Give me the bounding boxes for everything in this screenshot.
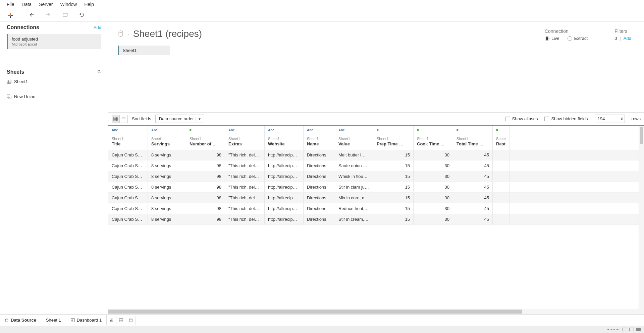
new-union-item[interactable]: New Union [7,93,101,101]
table-cell [493,203,509,214]
sheet-label: Sheet1 [14,79,28,84]
column-source: Sheet1 [338,137,370,141]
list-view-button[interactable] [120,115,128,123]
left-panel: Connections Add food adjusted Microsoft … [0,22,108,314]
stepper-icon[interactable]: ⇵ [621,117,623,121]
column-header[interactable]: #Sheet1Prep Time … [373,126,414,150]
column-header[interactable]: AbcSheet1Servings [148,126,186,150]
column-header[interactable]: AbcSheet1Extras [225,126,265,150]
table-cell: 98 [186,160,225,171]
tab-sheet1[interactable]: Sheet 1 [41,315,66,325]
table-cell [493,214,509,224]
menu-data[interactable]: Data [22,2,32,7]
sort-select[interactable]: Data source order ▼ [155,115,204,123]
table-cell: Directions [304,171,335,182]
column-name: Cook Time … [417,141,449,146]
menu-server[interactable]: Server [39,2,53,7]
save-button[interactable] [62,12,68,19]
column-source: Sheet1 [307,137,331,141]
tab-dashboard1[interactable]: Dashboard 1 [66,315,107,325]
table-cell: 15 [373,160,414,171]
connection-name: food adjusted [12,37,97,42]
table-cell: 30 [414,150,453,160]
show-aliases-checkbox[interactable]: Show aliases [505,116,538,121]
table-cell: "This rich, del… [225,203,265,214]
svg-rect-11 [114,117,118,121]
menu-help[interactable]: Help [84,2,94,7]
table-cell: Mix in corn, a… [335,193,373,203]
table-row[interactable]: Cajun Crab So…8 servings98"This rich, de… [108,182,639,193]
table-row[interactable]: Cajun Crab So…8 servings98"This rich, de… [108,160,639,171]
table-cell [493,160,509,171]
show-hidden-checkbox[interactable]: Show hidden fields [544,116,588,121]
column-source: Sheet1 [228,137,261,141]
status-bar: ı◂◂▸▸ı [0,326,644,333]
add-filter-link[interactable]: Add [624,36,631,41]
table-cell: "This rich, del… [225,214,265,224]
sheet-item[interactable]: Sheet1 [7,78,101,85]
new-worksheet-button[interactable] [107,316,116,325]
type-icon: Abc [338,128,370,132]
tab-data-source[interactable]: Data Source [0,315,41,325]
presentation-icons[interactable] [623,328,641,331]
table-cell: http://allrecip… [265,182,304,192]
radio-live[interactable]: Live [545,36,559,41]
type-icon: Abc [228,128,261,132]
table-row[interactable]: Cajun Crab So…8 servings98"This rich, de… [108,150,639,160]
table-cell: http://allrecip… [265,193,304,203]
table-row[interactable]: Cajun Crab So…8 servings98"This rich, de… [108,203,639,214]
grid-view-button[interactable] [112,115,120,123]
rows-label: rows [632,116,641,121]
data-grid: AbcSheet1TitleAbcSheet1Servings#Sheet1Nu… [108,125,644,314]
table-row[interactable]: Cajun Crab So…8 servings98"This rich, de… [108,214,639,225]
back-button[interactable] [29,12,35,19]
table-cell: Cajun Crab So… [108,160,148,171]
column-header[interactable]: AbcSheet1Title [108,126,148,150]
rows-input[interactable]: 194⇵ [595,115,625,123]
table-cell: 8 servings [148,150,186,160]
menu-window[interactable]: Window [60,2,77,7]
table-cell: "This rich, del… [225,182,265,192]
column-header[interactable]: #Sheet1Number of … [186,126,225,150]
datasource-title[interactable]: Sheet1 (recipes) [133,28,202,39]
column-header[interactable]: AbcSheet1Name [304,126,335,150]
column-header[interactable]: #Sheet1Cook Time … [414,126,453,150]
refresh-button[interactable] [79,12,85,19]
search-icon[interactable] [97,70,101,75]
column-header[interactable]: AbcSheet1Website [265,126,304,150]
menu-bar: File Data Server Window Help [0,0,644,9]
forward-button[interactable] [45,12,51,19]
table-cell [493,171,509,182]
table-pill[interactable]: Sheet1 [118,46,170,55]
table-row[interactable]: Cajun Crab So…8 servings98"This rich, de… [108,193,639,203]
menu-file[interactable]: File [7,2,14,7]
table-cell: 98 [186,214,225,224]
table-cell: Saute onion a… [335,160,373,171]
table-cell: Directions [304,150,335,160]
svg-point-10 [119,31,123,32]
table-cell: Whisk in flou… [335,171,373,182]
table-cell: Directions [304,203,335,214]
table-cell [493,182,509,192]
radio-extract[interactable]: Extract [568,36,588,41]
union-icon [7,94,11,99]
column-header[interactable]: AbcSheet1Value [335,126,373,150]
vertical-scrollbar[interactable] [639,126,644,314]
add-connection-link[interactable]: Add [94,25,101,30]
horizontal-scrollbar[interactable] [108,309,639,314]
table-cell: Cajun Crab So… [108,150,148,160]
table-row[interactable]: Cajun Crab So…8 servings98"This rich, de… [108,171,639,182]
table-cell: http://allrecip… [265,160,304,171]
type-icon: Abc [268,128,300,132]
toolbar [0,9,644,22]
svg-rect-3 [10,16,11,17]
new-story-button[interactable] [126,316,136,325]
column-header[interactable]: #Sheet1Total Time … [453,126,493,150]
nav-icons[interactable]: ı◂◂▸▸ı [607,328,619,331]
table-cell: 8 servings [148,160,186,171]
column-header[interactable]: #SheetRest [493,126,509,150]
connection-item[interactable]: food adjusted Microsoft Excel [7,34,101,49]
column-name: Name [307,141,331,146]
new-dashboard-button[interactable] [116,316,126,325]
table-cell: 15 [373,171,414,182]
